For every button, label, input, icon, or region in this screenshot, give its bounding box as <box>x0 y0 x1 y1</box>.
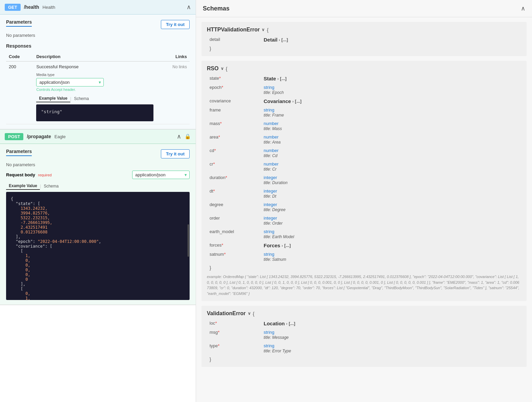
response-desc-cell: Successful Response Media type applicati… <box>33 61 156 124</box>
request-body-select[interactable]: application/json <box>132 171 190 179</box>
example-value-tab[interactable]: Example Value <box>36 95 70 102</box>
field-title-dt: title: Dt <box>264 194 521 199</box>
lock-icon: 🔒 <box>185 133 191 140</box>
get-collapse-icon[interactable]: ∧ <box>187 3 191 11</box>
field-type-order: integer <box>264 216 521 221</box>
field-type-dt: integer <box>264 189 521 194</box>
field-details-type: string title: Error Type <box>264 343 521 353</box>
post-desc: Eagle <box>54 134 66 139</box>
field-details-earth-model: string title: Earth Model <box>264 229 521 239</box>
schema-tab[interactable]: Schema <box>71 95 92 102</box>
schema-validation-error: ValidationError ∨ { loc* Location › [...… <box>201 306 527 367</box>
rso-field-earth-model: earth_model string title: Earth Model <box>207 229 521 239</box>
field-type-frame: string <box>264 107 521 112</box>
field-name-state: state* <box>210 76 264 81</box>
get-response-table: Code Description Links 200 Successful Re… <box>6 52 190 124</box>
col-links: Links <box>156 52 190 61</box>
rso-field-covariance: covariance Covariance › [...] <box>207 98 521 104</box>
get-params-header: Parameters Try it out <box>6 19 190 29</box>
field-title-satnum: title: Satnum <box>264 257 521 262</box>
schemas-collapse-icon[interactable]: ∧ <box>521 5 525 12</box>
post-header-left: POST /propagate Eagle <box>5 133 66 140</box>
field-title-order: title: Order <box>264 221 521 226</box>
field-name-dt: dt* <box>210 189 264 194</box>
field-name-covariance: covariance <box>210 98 264 103</box>
post-schema-tab[interactable]: Schema <box>41 182 61 190</box>
field-type-epoch: string <box>264 85 521 90</box>
rso-field-satnum: satnum* string title: Satnum <box>207 252 521 262</box>
field-type-link-covariance[interactable]: Covariance › [...] <box>264 98 521 104</box>
example-code-block: "string" <box>36 104 153 121</box>
schema-name-row-http: HTTPValidationError ∨ { <box>207 27 521 33</box>
schema-open-brace-rso: { <box>226 66 227 72</box>
schema-name-http: HTTPValidationError <box>207 27 260 33</box>
field-link-text-detail: Detail <box>264 37 277 43</box>
post-example-value-tab[interactable]: Example Value <box>6 182 40 190</box>
field-details-state: State › [...] <box>264 76 521 81</box>
schemas-header: Schemas ∧ <box>196 0 532 17</box>
post-collapse-icon[interactable]: ∧ <box>177 133 181 140</box>
required-badge: required <box>38 173 52 177</box>
schemas-title: Schemas <box>203 5 229 12</box>
http-field-detail: detail Detail › [...] <box>207 37 521 43</box>
field-link-text-loc: Location <box>264 321 285 326</box>
get-no-params: No parameters <box>6 33 190 38</box>
schema-name-rso: RSO <box>207 66 219 72</box>
field-type-link-forces[interactable]: Forces › [...] <box>264 243 521 248</box>
schema-http-validation-error: HTTPValidationError ∨ { detail Detail › … <box>201 22 527 56</box>
post-path: /propagate <box>27 134 51 139</box>
field-type-link-loc[interactable]: Location › [...] <box>264 321 521 326</box>
field-details-cd: number title: Cd <box>264 148 521 158</box>
get-header-left: GET /health Health <box>5 4 55 11</box>
field-type-msg: string <box>264 330 521 335</box>
schema-close-brace-rso: } <box>207 265 521 271</box>
rso-field-area: area* number title: Area <box>207 134 521 145</box>
rso-field-cd: cd* number title: Cd <box>207 148 521 158</box>
field-details-frame: string title: Frame <box>264 107 521 118</box>
field-name-duration: duration* <box>210 175 264 180</box>
request-body-label: Request body required <box>6 172 52 177</box>
schema-chevron-http[interactable]: ∨ <box>262 27 265 32</box>
field-name-msg: msg* <box>210 330 264 335</box>
schema-open-brace-validation: { <box>253 311 255 317</box>
schema-close-brace-http: } <box>207 46 521 51</box>
rso-field-mass: mass* number title: Mass <box>207 121 521 131</box>
field-type-link-state[interactable]: State › [...] <box>264 76 521 81</box>
schema-chevron-validation[interactable]: ∨ <box>248 311 251 316</box>
field-title-area: title: Area <box>264 140 521 145</box>
media-type-select[interactable]: application/json <box>36 78 104 86</box>
field-details-detail: Detail › [...] <box>264 37 521 43</box>
right-panel: Schemas ∧ HTTPValidationError ∨ { detail… <box>196 0 532 402</box>
post-try-it-button[interactable]: Try it out <box>161 149 190 158</box>
field-details-msg: string title: Message <box>264 330 521 340</box>
get-path: /health <box>24 4 39 10</box>
left-panel: GET /health Health ∧ Parameters Try it o… <box>0 0 196 402</box>
get-params-title: Parameters <box>6 19 32 27</box>
schema-chevron-rso[interactable]: ∨ <box>221 66 224 71</box>
field-details-cr: number title: Cr <box>264 161 521 172</box>
field-details-forces: Forces › [...] <box>264 243 521 248</box>
field-title-frame: title: Frame <box>264 113 521 118</box>
field-title-earth-model: title: Earth Model <box>264 234 521 239</box>
field-type-link-detail[interactable]: Detail › [...] <box>264 37 521 43</box>
get-try-it-button[interactable]: Try it out <box>161 20 190 29</box>
controls-text: Controls Accept header. <box>36 87 153 92</box>
field-link-text-covariance: Covariance <box>264 98 291 104</box>
field-name-degree: degree <box>210 202 264 207</box>
field-details-area: number title: Area <box>264 134 521 145</box>
field-name-cr: cr* <box>210 161 264 167</box>
get-health-block: GET /health Health ∧ Parameters Try it o… <box>0 0 196 129</box>
media-type-row: Media type application/json Controls Acc… <box>36 73 153 92</box>
field-bracket-detail: [...] <box>282 37 288 42</box>
field-name-type: type* <box>210 343 264 348</box>
post-propagate-header: POST /propagate Eagle ∧ 🔒 <box>0 129 196 144</box>
rso-field-epoch: epoch* string title: Epoch <box>207 85 521 95</box>
get-header-actions: ∧ <box>187 3 191 11</box>
schema-close-brace-validation: } <box>207 357 521 362</box>
field-title-epoch: title: Epoch <box>264 90 521 95</box>
field-title-type: title: Error Type <box>264 349 521 353</box>
example-schema-tabs: Example Value | Schema <box>36 95 153 102</box>
media-type-wrapper: application/json <box>36 78 104 86</box>
field-type-satnum: string <box>264 252 521 257</box>
rso-field-state: state* State › [...] <box>207 76 521 81</box>
